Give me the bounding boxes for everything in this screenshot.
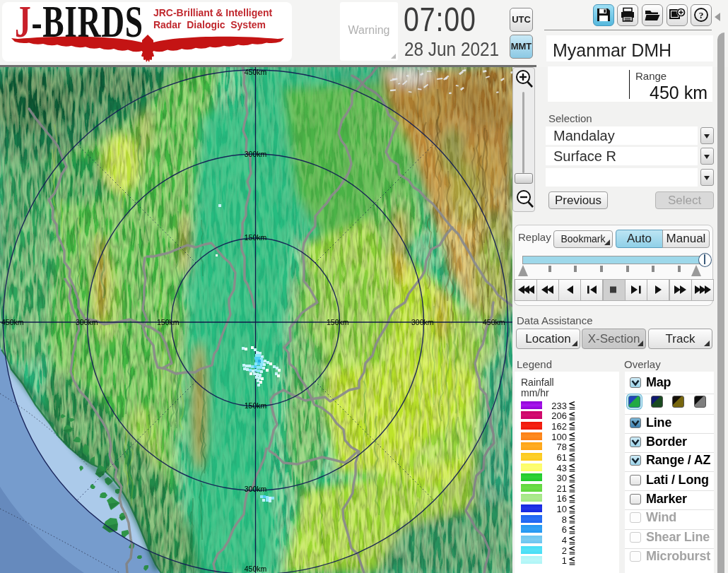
svg-text:?: ? [699,10,704,20]
svg-text:450km: 450km [245,68,267,76]
svg-text:450km: 450km [1,318,24,326]
svg-text:150km: 150km [245,233,267,242]
svg-text:150km: 150km [245,401,267,410]
svg-text:150km: 150km [157,318,180,326]
svg-text:300km: 300km [411,318,434,326]
svg-text:450km: 450km [245,565,267,573]
svg-text:150km: 150km [327,318,349,326]
svg-text:450km: 450km [483,318,505,326]
svg-text:300km: 300km [76,318,98,326]
svg-text:300km: 300km [245,150,267,158]
svg-text:300km: 300km [245,485,267,493]
